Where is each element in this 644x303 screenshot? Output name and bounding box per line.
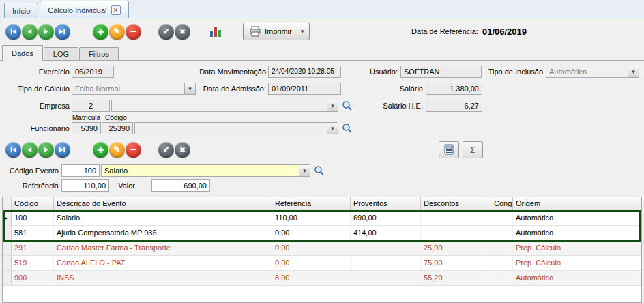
matricula-field[interactable]: 5390 [72, 122, 101, 134]
subtab-bar: Dados LOG Filtros [0, 45, 644, 61]
event-edit-button[interactable]: ✎ [109, 142, 125, 158]
col-header-descricao[interactable]: Descrição do Evento [54, 197, 272, 210]
usuario-field[interactable]: SOFTRAN [400, 66, 482, 78]
cell-referencia: 0,00 [272, 241, 351, 255]
event-nav-next-button[interactable] [38, 142, 54, 158]
print-dropdown-icon[interactable]: ▾ [301, 28, 304, 35]
delete-button[interactable]: − [126, 24, 141, 40]
nav-next-button[interactable] [38, 24, 54, 40]
cell-codigo: 100 [12, 211, 54, 225]
sum-button[interactable]: Σ [463, 141, 483, 158]
cell-descontos: 75,00 [421, 256, 491, 270]
cell-codigo: 519 [12, 256, 54, 270]
cell-origem: Automático [513, 226, 641, 240]
reference-date-value: 01/06/2019 [482, 27, 527, 37]
edit-button[interactable]: ✎ [109, 24, 125, 40]
tab-close-icon[interactable]: ✕ [111, 5, 121, 15]
dropdown-arrow-icon[interactable]: ▾ [184, 83, 195, 94]
col-header-codigo[interactable]: Código [12, 197, 54, 210]
cell-descontos: 55,20 [421, 271, 491, 285]
table-row[interactable]: 581 Ajuda Compensatória MP 936 0,00 414,… [3, 226, 641, 241]
cell-proventos [351, 271, 421, 285]
cell-descricao: INSS [54, 271, 272, 285]
grid-body: ▶ 100 Salario 110,00 690,00 Automático 5… [3, 211, 641, 286]
tab-inicio-label: Início [12, 7, 30, 15]
empresa-search-icon[interactable] [341, 100, 353, 112]
event-delete-button[interactable]: − [126, 142, 141, 158]
salario-field[interactable]: 1.380,00 [426, 83, 482, 95]
funcionario-search-icon[interactable] [341, 122, 353, 134]
check-icon: ✔ [163, 145, 169, 154]
tipo-inclusao-select[interactable]: Automático ▾ [546, 66, 639, 78]
empresa-select-value [112, 100, 327, 111]
row-marker-icon [3, 256, 12, 270]
calculator-icon [443, 144, 454, 155]
tipo-calculo-label: Tipo de Cálculo [12, 85, 70, 93]
table-row[interactable]: 519 Cartao ALELO - PAT 0,00 75,00 Prep. … [3, 256, 641, 271]
codigo-evento-field[interactable]: 100 [61, 164, 100, 177]
subtab-dados[interactable]: Dados [2, 45, 43, 61]
event-nav-first-button[interactable] [5, 142, 21, 158]
confirm-button[interactable]: ✔ [158, 24, 174, 40]
nav-prev-button[interactable] [22, 24, 38, 40]
subtab-log[interactable]: LOG [44, 47, 78, 60]
empresa-field[interactable]: 2 [72, 100, 110, 112]
cell-cong [491, 271, 513, 285]
minus-icon: − [130, 145, 137, 155]
table-row[interactable]: 900 INSS 8,00 55,20 Automático [3, 271, 641, 286]
events-grid: Código Descrição do Evento Referência Pr… [2, 197, 642, 303]
nav-last-button[interactable] [55, 24, 70, 40]
codigo-field[interactable]: 25390 [102, 122, 133, 134]
print-separator [297, 26, 297, 37]
event-nav-prev-button[interactable] [22, 142, 38, 158]
valor-field[interactable]: 690,00 [151, 179, 210, 192]
tab-calculo-individual[interactable]: Cálculo Individual ✕ [40, 1, 128, 18]
dropdown-arrow-icon[interactable]: ▾ [327, 100, 338, 111]
calculator-button[interactable] [439, 141, 459, 158]
empresa-select[interactable]: ▾ [111, 100, 338, 112]
event-add-button[interactable]: + [93, 142, 108, 158]
table-row[interactable]: 291 Cartao Master Farma - Transporte 0,0… [3, 241, 641, 256]
plus-icon: + [98, 144, 104, 156]
data-admissao-field[interactable]: 01/09/2011 [268, 83, 341, 95]
cell-origem: Automático [513, 211, 641, 225]
exercicio-field[interactable]: 06/2019 [72, 66, 114, 78]
event-nav-last-button[interactable] [55, 142, 70, 158]
cell-codigo: 291 [12, 241, 54, 255]
event-confirm-button[interactable]: ✔ [158, 142, 174, 158]
prev-record-icon [26, 28, 33, 35]
col-header-referencia[interactable]: Referência [272, 197, 351, 210]
printer-icon [249, 26, 261, 37]
chart-button[interactable] [206, 23, 225, 40]
tipo-calculo-select[interactable]: Folha Normal ▾ [72, 83, 196, 95]
cell-descricao: Cartao Master Farma - Transporte [54, 241, 272, 255]
cell-descricao: Salario [54, 211, 272, 225]
evento-search-icon[interactable] [313, 164, 325, 177]
col-header-cong[interactable]: Cong. [491, 197, 513, 210]
funcionario-select[interactable]: ▾ [134, 122, 338, 134]
cancel-button[interactable]: ✖ [175, 24, 190, 40]
dropdown-arrow-icon[interactable]: ▾ [299, 165, 310, 176]
add-button[interactable]: + [93, 24, 108, 40]
subtab-filtros[interactable]: Filtros [79, 47, 119, 60]
data-movimentacao-field[interactable]: 24/04/2020 10:28:05 [268, 66, 341, 78]
reference-date-label: Data de Referência: [411, 27, 478, 35]
col-header-proventos[interactable]: Proventos [351, 197, 421, 210]
col-header-origem[interactable]: Origem [513, 197, 641, 210]
nav-first-button[interactable] [5, 24, 21, 40]
last-record-icon [59, 28, 66, 35]
tab-inicio[interactable]: Início [4, 3, 38, 18]
print-button[interactable]: Imprimir ▾ [243, 23, 310, 40]
tab-calculo-individual-label: Cálculo Individual [48, 6, 106, 14]
exercicio-label: Exercício [19, 68, 70, 76]
col-header-descontos[interactable]: Descontos [421, 197, 491, 210]
dropdown-arrow-icon[interactable]: ▾ [628, 66, 639, 77]
evento-select[interactable]: Salario ▾ [101, 164, 310, 177]
next-record-icon [42, 28, 50, 35]
cancel-icon: ✖ [179, 146, 185, 154]
salario-he-field[interactable]: 6,27 [426, 100, 482, 112]
dropdown-arrow-icon[interactable]: ▾ [327, 123, 338, 134]
table-row[interactable]: ▶ 100 Salario 110,00 690,00 Automático [3, 211, 641, 226]
first-record-icon [10, 28, 17, 35]
event-cancel-button[interactable]: ✖ [175, 142, 190, 158]
